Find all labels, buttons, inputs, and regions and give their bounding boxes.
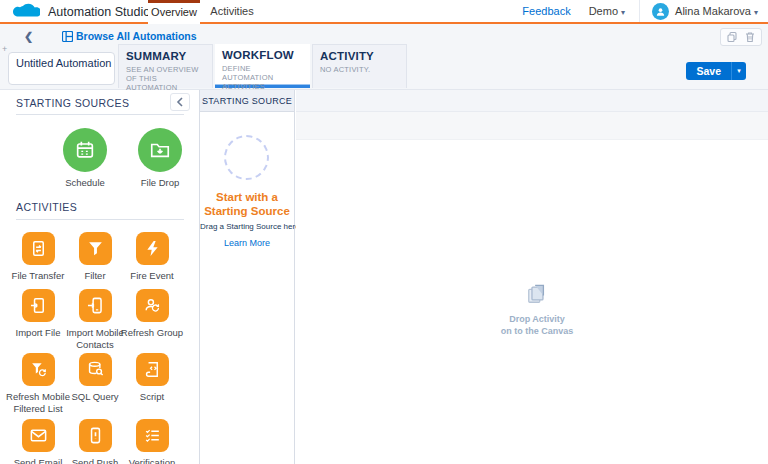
brand-divider <box>0 22 768 24</box>
user-icon <box>655 6 666 17</box>
chevron-down-icon: ▾ <box>621 8 625 17</box>
divider <box>16 219 184 220</box>
schedule-calendar-icon <box>63 128 107 172</box>
salesforce-cloud-logo <box>12 3 40 21</box>
starting-source-hint: Drag a Starting Source here <box>200 222 294 231</box>
collapse-sidebar-button[interactable] <box>170 93 190 111</box>
starting-source-drop-target[interactable] <box>224 135 269 180</box>
automation-header: ❮ Browse All Automations + SUMMARY SEE A… <box>0 24 768 90</box>
chevron-left-icon <box>176 97 184 107</box>
script-icon <box>136 353 169 386</box>
tab-workflow[interactable]: WORKFLOW DEFINE AUTOMATION ACTIVITIES <box>215 44 310 88</box>
canvas-header-band <box>296 90 768 112</box>
user-avatar[interactable] <box>652 3 669 20</box>
save-dropdown-button[interactable]: ▾ <box>731 62 746 80</box>
canvas-step-band <box>296 112 768 140</box>
starting-source-panel-title: STARTING SOURCE <box>200 90 294 112</box>
fire-event-icon <box>136 232 169 265</box>
starting-sources-title: STARTING SOURCES <box>16 97 129 109</box>
workflow-canvas[interactable]: Drop Activity on to the Canvas <box>296 90 768 464</box>
automation-actions <box>720 28 762 46</box>
tab-summary[interactable]: SUMMARY SEE AN OVERVIEW OF THIS AUTOMATI… <box>118 44 213 88</box>
import-mobile-contacts-icon <box>79 289 112 322</box>
nav-tab-activities[interactable]: Activities <box>206 0 258 24</box>
send-push-icon <box>79 419 112 452</box>
unsaved-marker: + <box>2 44 7 54</box>
starting-source-headline: Start with a Starting Source <box>200 191 294 218</box>
save-button-group: Save ▾ <box>686 62 746 80</box>
learn-more-link[interactable]: Learn More <box>200 238 294 248</box>
refresh-group-icon <box>136 289 169 322</box>
send-email-icon <box>22 419 55 452</box>
tab-activity[interactable]: ACTIVITY NO ACTIVITY. <box>312 44 407 88</box>
user-menu[interactable]: Alina Makarova ▾ <box>675 5 758 17</box>
filter-icon <box>79 232 112 265</box>
automation-name-input[interactable] <box>8 52 115 85</box>
browse-all-automations-link[interactable]: Browse All Automations <box>76 30 197 42</box>
starting-source-panel: STARTING SOURCE Start with a Starting So… <box>200 90 295 464</box>
sql-query-icon <box>79 353 112 386</box>
refresh-mobile-filtered-list-icon <box>22 353 55 386</box>
top-nav: Automation Studio Overview Activities Fe… <box>0 0 768 24</box>
nav-divider <box>639 0 640 22</box>
activity-refresh-group[interactable]: Refresh Group <box>115 289 189 339</box>
drop-activity-icon <box>526 283 548 305</box>
verification-icon <box>136 419 169 452</box>
divider <box>16 114 184 115</box>
main-content: STARTING SOURCES Schedule <box>0 90 768 464</box>
feedback-link[interactable]: Feedback <box>522 5 570 17</box>
file-transfer-icon <box>22 232 55 265</box>
activity-verification[interactable]: Verification <box>115 419 189 464</box>
activity-fire-event[interactable]: Fire Event <box>115 232 189 282</box>
copy-icon[interactable] <box>726 31 738 43</box>
starting-source-file-drop[interactable]: File Drop <box>123 128 197 189</box>
drop-hint-text: Drop Activity on to the Canvas <box>463 313 611 337</box>
import-file-icon <box>22 289 55 322</box>
nav-tab-overview[interactable]: Overview <box>148 0 200 24</box>
back-chevron-icon[interactable]: ❮ <box>24 30 33 43</box>
grid-icon <box>62 31 73 42</box>
canvas-drop-zone[interactable]: Drop Activity on to the Canvas <box>463 283 611 337</box>
activities-sidebar: STARTING SOURCES Schedule <box>0 90 200 464</box>
activities-title: ACTIVITIES <box>16 201 77 213</box>
file-drop-icon <box>138 128 182 172</box>
save-button[interactable]: Save <box>686 62 731 80</box>
starting-source-schedule[interactable]: Schedule <box>48 128 122 189</box>
activity-script[interactable]: Script <box>115 353 189 403</box>
chevron-down-icon: ▾ <box>754 8 758 17</box>
org-dropdown[interactable]: Demo ▾ <box>589 5 625 17</box>
app-title: Automation Studio <box>48 5 150 19</box>
trash-icon[interactable] <box>744 31 756 43</box>
